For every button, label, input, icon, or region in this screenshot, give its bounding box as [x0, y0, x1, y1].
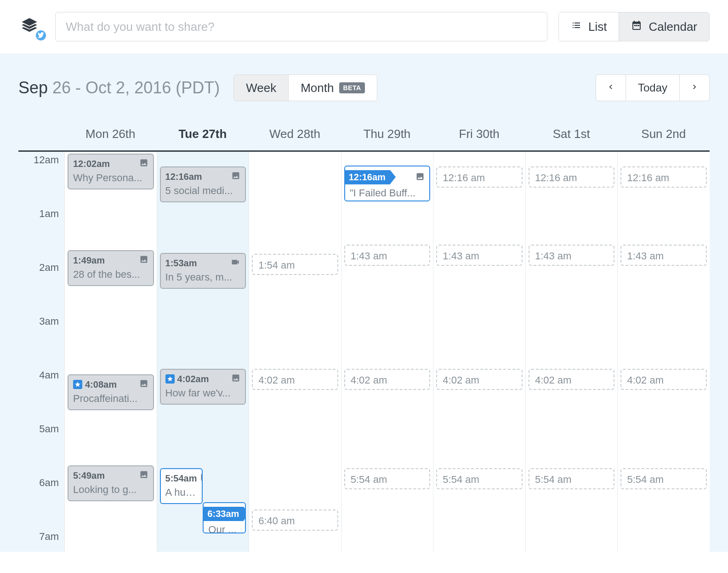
hour-label: 6am — [39, 477, 59, 489]
empty-slot[interactable]: 5:54 am — [344, 468, 431, 489]
empty-slot[interactable]: 12:16 am — [529, 166, 615, 188]
calendar-event[interactable]: 4:02amHow far we'v... — [160, 369, 246, 405]
calendar-header: Sep 26 - Oct 2, 2016 (PDT) Week Month BE… — [18, 74, 710, 101]
empty-slot[interactable]: 1:43 am — [436, 245, 523, 266]
image-icon — [415, 172, 425, 183]
day-headers: Mon 26thTue 27thWed 28thThu 29thFri 30th… — [18, 127, 710, 152]
star-icon — [73, 380, 82, 389]
event-time: 5:49am — [73, 470, 105, 481]
event-header: 5:54am — [165, 473, 198, 484]
calendar-icon — [631, 20, 642, 34]
empty-slot[interactable]: 4:02 am — [344, 369, 431, 390]
chevron-left-icon — [606, 81, 615, 94]
event-title: Our ... — [208, 524, 240, 533]
day-column[interactable]: 12:16 am1:43 am4:02 am5:54 am — [433, 152, 525, 552]
calendar-event[interactable]: 4:08amProcaffeinati... — [68, 374, 154, 410]
event-time: 1:49am — [73, 255, 105, 266]
month-button[interactable]: Month BETA — [288, 75, 376, 101]
empty-slot[interactable]: 6:40 am — [252, 510, 338, 531]
star-icon — [165, 374, 175, 384]
event-header: 12:16am — [350, 170, 425, 184]
empty-slot[interactable]: 1:43 am — [344, 245, 431, 266]
event-title: In 5 years, m... — [165, 271, 241, 283]
today-button[interactable]: Today — [626, 75, 679, 101]
event-time-badge: 6:33am — [203, 507, 244, 521]
event-header: 4:08am — [73, 379, 148, 390]
event-time: 5:54am — [165, 473, 197, 484]
calendar-event[interactable]: 5:49amLooking to g... — [68, 465, 154, 501]
empty-slot[interactable]: 12:16 am — [620, 166, 707, 188]
calendar-event[interactable]: 12:16am5 social medi... — [160, 166, 246, 202]
event-time: 4:02am — [177, 374, 209, 384]
image-icon — [139, 470, 148, 481]
day-header: Tue 27th — [157, 127, 249, 150]
day-column[interactable]: 12:16 am1:43 am4:02 am5:54 am — [525, 152, 618, 552]
day-header: Sun 2nd — [617, 127, 710, 150]
calendar-event[interactable]: 12:16am"I Failed Buff... — [344, 166, 431, 201]
day-column[interactable]: 1:43 am4:02 am5:54 am12:16am"I Failed Bu… — [341, 152, 433, 552]
empty-slot[interactable]: 1:43 am — [529, 245, 615, 266]
event-time-badge: 12:16am — [344, 170, 390, 184]
calendar-body: 12am1am2am3am4am5am6am7am 12:02amWhy Per… — [18, 152, 710, 552]
event-time: 1:53am — [165, 258, 197, 269]
event-title: 5 social medi... — [165, 185, 241, 197]
empty-slot[interactable]: 12:16 am — [436, 166, 523, 188]
event-title: How far we'v... — [165, 387, 241, 399]
video-icon — [230, 258, 240, 269]
image-icon — [139, 158, 148, 169]
hour-label: 1am — [39, 208, 59, 220]
calendar-view-button[interactable]: Calendar — [619, 12, 709, 41]
month-label: Month — [301, 81, 334, 95]
event-title: Why Persona... — [73, 172, 148, 184]
day-header: Wed 28th — [249, 127, 341, 150]
view-toggle: List Calendar — [558, 12, 710, 41]
event-time: 12:16am — [165, 172, 202, 182]
calendar-event[interactable]: 1:49am28 of the bes... — [68, 250, 154, 286]
beta-badge: BETA — [339, 82, 364, 93]
event-time: 4:08am — [85, 379, 117, 390]
prev-button[interactable] — [596, 75, 626, 101]
list-label: List — [588, 20, 607, 34]
empty-slot[interactable]: 1:54 am — [252, 254, 338, 275]
hour-label: 2am — [39, 262, 59, 274]
event-header: 12:16am — [165, 171, 241, 182]
empty-slot[interactable]: 4:02 am — [252, 369, 338, 390]
hour-label: 5am — [39, 423, 59, 435]
event-header: 1:53am — [165, 258, 241, 269]
empty-slot[interactable]: 4:02 am — [529, 369, 615, 390]
week-button[interactable]: Week — [234, 75, 288, 101]
empty-slot[interactable]: 5:54 am — [529, 468, 615, 489]
app-logo[interactable] — [20, 15, 44, 39]
day-column[interactable]: 1:54 am4:02 am6:40 am — [249, 152, 341, 552]
today-label: Today — [638, 81, 667, 94]
calendar-event[interactable]: 12:02amWhy Persona... — [68, 154, 154, 189]
day-column[interactable]: 12:02amWhy Persona...1:49am28 of the bes… — [64, 152, 157, 552]
event-title: Procaffeinati... — [73, 393, 148, 405]
day-header: Fri 30th — [433, 127, 525, 150]
list-view-button[interactable]: List — [559, 12, 619, 41]
day-column[interactable]: 12:16 am1:43 am4:02 am5:54 am — [617, 152, 710, 552]
day-columns: 12:02amWhy Persona...1:49am28 of the bes… — [64, 152, 710, 552]
event-header: 5:49am — [73, 470, 148, 481]
empty-slot[interactable]: 5:54 am — [436, 468, 523, 489]
calendar-event[interactable]: 1:53amIn 5 years, m... — [160, 253, 246, 289]
calendar-event[interactable]: 6:33amOur ... — [203, 502, 246, 533]
event-header: 1:49am — [73, 255, 148, 266]
next-button[interactable] — [679, 75, 709, 101]
calendar-main: Sep 26 - Oct 2, 2016 (PDT) Week Month BE… — [0, 53, 728, 552]
empty-slot[interactable]: 4:02 am — [620, 369, 707, 390]
event-time: 12:02am — [73, 159, 110, 169]
empty-slot[interactable]: 5:54 am — [620, 468, 707, 489]
hour-column: 12am1am2am3am4am5am6am7am — [18, 152, 64, 552]
twitter-badge-icon — [35, 29, 47, 41]
hour-label: 7am — [39, 531, 59, 543]
calendar-event[interactable]: 5:54amA huge g — [160, 468, 203, 504]
composer-input[interactable]: What do you want to share? — [55, 12, 547, 41]
event-header: 4:02am — [165, 373, 241, 384]
empty-slot[interactable]: 4:02 am — [436, 369, 523, 390]
event-title: 28 of the bes... — [73, 269, 148, 281]
image-icon — [139, 379, 148, 390]
day-column[interactable]: 12:16am5 social medi...1:53amIn 5 years,… — [157, 152, 249, 552]
empty-slot[interactable]: 1:43 am — [620, 245, 707, 266]
nav-group: Today — [596, 74, 710, 101]
